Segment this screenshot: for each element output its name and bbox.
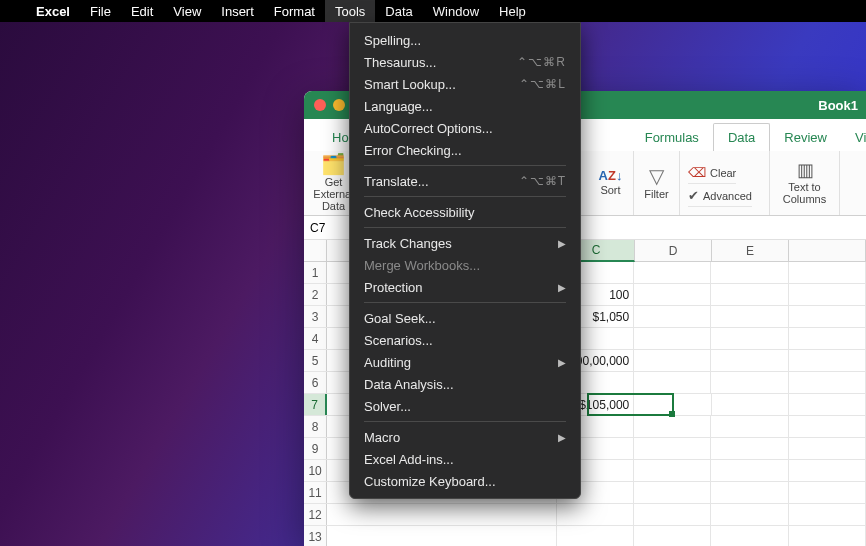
cell-E12[interactable] <box>711 504 788 525</box>
cell-E7[interactable] <box>712 394 789 415</box>
cell-D11[interactable] <box>634 482 711 503</box>
tools-menu-item[interactable]: Data Analysis... <box>350 373 580 395</box>
tools-menu-item[interactable]: Scenarios... <box>350 329 580 351</box>
tools-menu-item[interactable]: Protection▶ <box>350 276 580 298</box>
cell-E9[interactable] <box>711 438 788 459</box>
cell-C13[interactable] <box>557 526 634 546</box>
cell-C12[interactable] <box>557 504 634 525</box>
tools-menu-item[interactable]: Goal Seek... <box>350 307 580 329</box>
cell[interactable] <box>789 284 866 305</box>
row-header[interactable]: 5 <box>304 350 327 371</box>
tools-menu-item[interactable]: Check Accessibility <box>350 201 580 223</box>
tools-menu-item[interactable]: Track Changes▶ <box>350 232 580 254</box>
cell-D1[interactable] <box>634 262 711 283</box>
menu-window[interactable]: Window <box>423 0 489 22</box>
tools-menu-item[interactable]: Error Checking... <box>350 139 580 161</box>
cell[interactable] <box>789 504 866 525</box>
tools-menu-item[interactable]: Spelling... <box>350 29 580 51</box>
row-header[interactable]: 1 <box>304 262 327 283</box>
cell-D4[interactable] <box>634 328 711 349</box>
menu-data[interactable]: Data <box>375 0 422 22</box>
cell[interactable] <box>789 482 866 503</box>
menu-help[interactable]: Help <box>489 0 536 22</box>
select-all-corner[interactable] <box>304 240 327 261</box>
cell[interactable] <box>789 526 866 546</box>
menu-edit[interactable]: Edit <box>121 0 163 22</box>
cell-D12[interactable] <box>634 504 711 525</box>
cell[interactable] <box>789 372 866 393</box>
cell-E6[interactable] <box>711 372 788 393</box>
cell-E8[interactable] <box>711 416 788 437</box>
tools-menu-item[interactable]: Solver... <box>350 395 580 417</box>
menu-view[interactable]: View <box>163 0 211 22</box>
cell-D10[interactable] <box>634 460 711 481</box>
cell[interactable] <box>327 504 557 525</box>
tools-menu-item[interactable]: Language... <box>350 95 580 117</box>
tools-menu-item[interactable]: AutoCorrect Options... <box>350 117 580 139</box>
cell-E2[interactable] <box>711 284 788 305</box>
tools-menu-item[interactable]: Macro▶ <box>350 426 580 448</box>
app-menu[interactable]: Excel <box>26 0 80 22</box>
tools-menu-item[interactable]: Thesaurus...⌃⌥⌘R <box>350 51 580 73</box>
row-header[interactable]: 6 <box>304 372 327 393</box>
cell-E10[interactable] <box>711 460 788 481</box>
menu-insert[interactable]: Insert <box>211 0 264 22</box>
cell[interactable] <box>789 460 866 481</box>
cell[interactable] <box>789 306 866 327</box>
column-header-f[interactable] <box>789 240 866 261</box>
cell-E13[interactable] <box>711 526 788 546</box>
row-header[interactable]: 9 <box>304 438 327 459</box>
cell-E1[interactable] <box>711 262 788 283</box>
filter-button[interactable]: ▽ Filter <box>634 151 680 215</box>
row-header[interactable]: 3 <box>304 306 327 327</box>
cell-D2[interactable] <box>634 284 711 305</box>
row-header[interactable]: 10 <box>304 460 327 481</box>
menu-file[interactable]: File <box>80 0 121 22</box>
cell-D6[interactable] <box>634 372 711 393</box>
grid-row: 12 <box>304 504 866 526</box>
tab-review[interactable]: Review <box>770 124 841 151</box>
cell[interactable] <box>327 526 557 546</box>
cell-D13[interactable] <box>634 526 711 546</box>
cell[interactable] <box>789 416 866 437</box>
menu-format[interactable]: Format <box>264 0 325 22</box>
cell-D8[interactable] <box>634 416 711 437</box>
tab-formulas[interactable]: Formulas <box>631 124 713 151</box>
row-header[interactable]: 11 <box>304 482 327 503</box>
tools-menu-item[interactable]: Customize Keyboard... <box>350 470 580 492</box>
row-header[interactable]: 12 <box>304 504 327 525</box>
cell-D7[interactable] <box>634 394 711 415</box>
tab-view[interactable]: View <box>841 124 866 151</box>
cell[interactable] <box>789 394 866 415</box>
row-header[interactable]: 7 <box>304 394 327 415</box>
minimize-window-button[interactable] <box>333 99 345 111</box>
cell-E5[interactable] <box>711 350 788 371</box>
tools-menu-item[interactable]: Excel Add-ins... <box>350 448 580 470</box>
cell-E3[interactable] <box>711 306 788 327</box>
tools-menu-item[interactable]: Auditing▶ <box>350 351 580 373</box>
cell-E4[interactable] <box>711 328 788 349</box>
row-header[interactable]: 8 <box>304 416 327 437</box>
advanced-filter-button[interactable]: ✔︎Advanced <box>688 185 752 207</box>
tools-menu-item[interactable]: Smart Lookup...⌃⌥⌘L <box>350 73 580 95</box>
tools-menu-item[interactable]: Translate...⌃⌥⌘T <box>350 170 580 192</box>
clear-filter-button[interactable]: ⌫Clear <box>688 162 736 184</box>
column-header-e[interactable]: E <box>712 240 789 261</box>
tab-data[interactable]: Data <box>713 123 770 151</box>
row-header[interactable]: 4 <box>304 328 327 349</box>
cell[interactable] <box>789 262 866 283</box>
cell-E11[interactable] <box>711 482 788 503</box>
column-header-d[interactable]: D <box>635 240 712 261</box>
cell[interactable] <box>789 328 866 349</box>
row-header[interactable]: 13 <box>304 526 327 546</box>
text-to-columns-button[interactable]: ▥ Text to Columns <box>770 151 840 215</box>
menu-tools[interactable]: Tools <box>325 0 375 22</box>
close-window-button[interactable] <box>314 99 326 111</box>
cell-D9[interactable] <box>634 438 711 459</box>
sort-button[interactable]: AZ↓ Sort <box>588 151 634 215</box>
row-header[interactable]: 2 <box>304 284 327 305</box>
cell-D5[interactable] <box>634 350 711 371</box>
cell[interactable] <box>789 438 866 459</box>
cell[interactable] <box>789 350 866 371</box>
cell-D3[interactable] <box>634 306 711 327</box>
